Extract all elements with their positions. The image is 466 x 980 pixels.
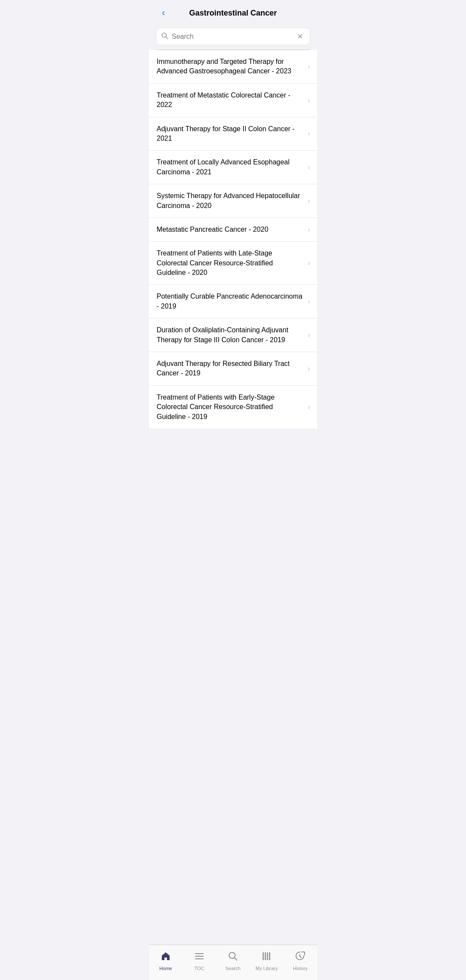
list-item[interactable]: Treatment of Locally Advanced Esophageal… (149, 151, 317, 184)
bottom-spacer (149, 429, 317, 464)
list-item[interactable]: Adjuvant Therapy for Resected Biliary Tr… (149, 352, 317, 386)
list-item-text: Potentially Curable Pancreatic Adenocarc… (157, 292, 308, 311)
chevron-right-icon: › (308, 196, 310, 205)
chevron-right-icon: › (308, 163, 310, 172)
list-item[interactable]: Metastatic Pancreatic Cancer - 2020 › (149, 218, 317, 242)
back-button[interactable]: ‹ (156, 5, 171, 21)
back-arrow-icon: ‹ (162, 7, 165, 19)
list-item-text: Treatment of Patients with Early-Stage C… (157, 393, 308, 422)
search-input[interactable] (172, 33, 296, 41)
chevron-right-icon: › (308, 96, 310, 105)
list-item-text: Adjuvant Therapy for Resected Biliary Tr… (157, 359, 308, 378)
chevron-right-icon: › (308, 225, 310, 234)
list-item-text: Treatment of Patients with Late-Stage Co… (157, 249, 308, 277)
list-item[interactable]: Potentially Curable Pancreatic Adenocarc… (149, 285, 317, 318)
list-item-text: Immunotherapy and Targeted Therapy for A… (157, 57, 308, 76)
search-bar[interactable]: ✕ (156, 28, 310, 45)
list-item-text: Treatment of Locally Advanced Esophageal… (157, 158, 308, 177)
chevron-right-icon: › (308, 129, 310, 138)
chevron-right-icon: › (308, 258, 310, 268)
list-item[interactable]: Treatment of Patients with Early-Stage C… (149, 386, 317, 429)
header: ‹ Gastrointestinal Cancer (149, 0, 317, 25)
chevron-right-icon: › (308, 62, 310, 71)
chevron-right-icon: › (308, 364, 310, 373)
list-item[interactable]: Treatment of Patients with Late-Stage Co… (149, 242, 317, 285)
chevron-right-icon: › (308, 331, 310, 340)
page-title: Gastrointestinal Cancer (171, 9, 295, 18)
list-item[interactable]: Treatment of Metastatic Colorectal Cance… (149, 84, 317, 117)
chevron-right-icon: › (308, 403, 310, 412)
list-item[interactable]: Immunotherapy and Targeted Therapy for A… (149, 50, 317, 84)
list-item[interactable]: Duration of Oxaliplatin-Containing Adjuv… (149, 318, 317, 352)
list-item-text: Adjuvant Therapy for Stage II Colon Canc… (157, 124, 308, 144)
list-item-text: Metastatic Pancreatic Cancer - 2020 (157, 225, 308, 234)
search-bar-container: ✕ (149, 25, 317, 50)
svg-line-1 (166, 37, 168, 38)
list-item-text: Systemic Therapy for Advanced Hepatocell… (157, 191, 308, 211)
list-item-text: Duration of Oxaliplatin-Containing Adjuv… (157, 325, 308, 345)
search-clear-button[interactable]: ✕ (296, 32, 305, 41)
list-item[interactable]: Systemic Therapy for Advanced Hepatocell… (149, 184, 317, 218)
list-item[interactable]: Adjuvant Therapy for Stage II Colon Canc… (149, 117, 317, 151)
list-container: Immunotherapy and Targeted Therapy for A… (149, 50, 317, 429)
search-icon (161, 32, 168, 41)
list-item-text: Treatment of Metastatic Colorectal Cance… (157, 91, 308, 110)
chevron-right-icon: › (308, 297, 310, 306)
